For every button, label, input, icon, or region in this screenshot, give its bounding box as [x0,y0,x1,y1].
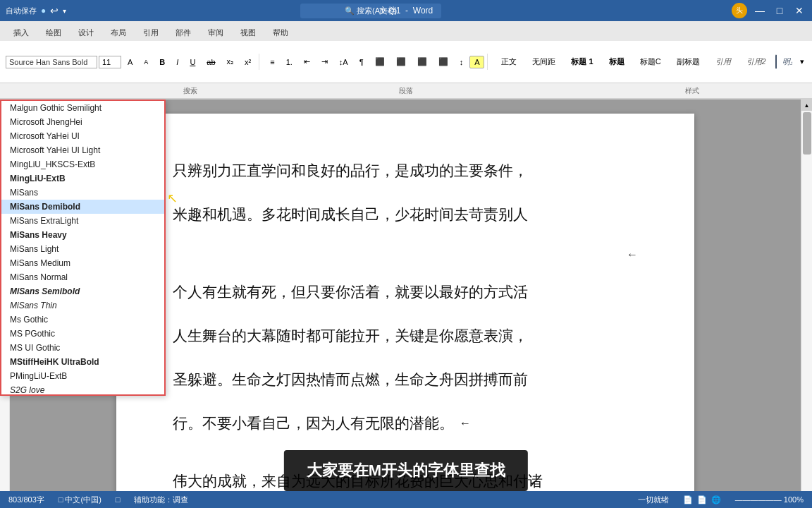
line-spacing-button[interactable]: ↕ [455,56,469,68]
font-item-s2g-love[interactable]: S2G love [1,383,164,396]
align-left[interactable]: ⬛ [370,55,390,68]
font-item-misans-heavy[interactable]: MiSans Heavy [1,228,164,242]
quick-access-undo[interactable]: ↩ [50,5,59,16]
style-nospace[interactable]: 无间距 [526,54,562,69]
read-view-button[interactable]: 📄 [683,495,693,504]
font-item-ms-ui-gothic[interactable]: MS UI Gothic [1,341,164,355]
accessibility-status[interactable]: 辅助功能：调查 [134,495,188,505]
title-right: 头 — □ ✕ [732,3,806,18]
font-size-increase[interactable]: A [123,56,137,68]
show-marks-button[interactable]: ¶ [355,56,369,68]
tab-view[interactable]: 视图 [233,24,264,41]
align-center[interactable]: ⬛ [391,55,411,68]
scroll-up-button[interactable]: ▲ [801,99,813,111]
word-count: 803/803字 [8,495,44,505]
style-intense-quote[interactable]: 明显引用 [775,54,792,69]
doc-paragraph-2: 米趣和机遇。多花时间成长自己，少花时间去苛责别人 [173,200,638,229]
font-item-misans-normal[interactable]: MiSans Normal [1,270,164,284]
font-item-ms-jhenghei[interactable]: Microsoft JhengHei [1,115,164,129]
superscript-button[interactable]: x² [240,56,256,68]
font-item-mingliu-extb[interactable]: MingLiU-ExtB [1,171,164,186]
title-left: 自动保存 ● ↩ ▾ [6,5,66,16]
font-item-misans-extralight[interactable]: MiSans ExtraLight [1,214,164,228]
styles-area: 正文 无间距 标题 1 标题 标题C 副标题 引用 引用2 明显引用 明显强调 … [491,53,792,71]
paragraph-marker-1: ← [173,243,638,266]
title-center: 文档1 - Word [379,5,433,17]
auto-save-label: 自动保存 [6,6,37,16]
ruler-label-search: 搜索 [183,86,197,96]
doc-title: 文档1 [379,6,401,16]
font-item-misans-semibold[interactable]: MiSans Semibold [1,284,164,298]
font-item-ms-yahei-ui[interactable]: Microsoft YaHei UI [1,129,164,143]
track-changes-status[interactable]: □ [116,495,121,504]
doc-paragraph-5: 圣躲避。生命之灯因热情而点燃，生命之舟因拼搏而前 [173,365,638,394]
bold-button[interactable]: B [154,56,170,68]
style-quote[interactable]: 引用 [709,54,737,69]
ribbon-toolbar: 11 A A B I U ab x₂ x² ≡ 1. ⇤ ⇥ ↕A ¶ ⬛ ⬛ … [0,41,812,83]
minimize-button[interactable]: — [753,4,767,18]
style-subtitle[interactable]: 副标题 [670,54,706,69]
print-view-button[interactable]: 📄 [697,495,707,504]
title-bar: 自动保存 ● ↩ ▾ 文档1 - Word 🔍 搜索(Alt+Q) 头 — □ … [0,0,812,21]
user-avatar[interactable]: 头 [732,3,747,18]
align-right[interactable]: ⬛ [412,55,432,68]
indent-right[interactable]: ⇥ [316,55,333,68]
tab-parts[interactable]: 部件 [168,24,199,41]
tab-design[interactable]: 设计 [70,24,102,41]
doc-paragraph-6: 行。不要小看自己，因为人有无限的潜能。 ← [173,409,638,438]
scroll-track[interactable] [801,111,812,496]
maximize-button[interactable]: □ [773,4,787,18]
style-heading[interactable]: 标题 [603,54,631,69]
align-justify[interactable]: ⬛ [433,55,453,68]
font-size-decrease[interactable]: A [139,56,153,68]
tab-review[interactable]: 审阅 [200,24,231,41]
font-item-mstiffheihk[interactable]: MStiffHeiHK UltraBold [1,355,164,369]
font-item-misans-demibold[interactable]: MiSans Demibold [1,200,164,214]
main-area: ◁ Malgun Gothic Semilight Microsoft Jhen… [0,99,812,507]
tab-references[interactable]: 引用 [135,24,166,41]
scrollbar-right: ▲ ▼ [801,99,812,507]
doc-page: 只辨别力正直学问和良好的品行，是成功的主要条件， 米趣和机遇。多花时间成长自己，… [116,114,694,507]
tab-layout[interactable]: 布局 [103,24,134,41]
subscript-button[interactable]: x₂ [222,55,239,68]
strikethrough-button[interactable]: ab [202,56,220,68]
font-item-ms-gothic[interactable]: Ms Gothic [1,313,164,327]
shading-button[interactable]: A [469,56,484,68]
font-item-ms-pgothic[interactable]: MS PGothic [1,327,164,341]
web-view-button[interactable]: 🌐 [711,495,721,504]
font-item-misans[interactable]: MiSans [1,186,164,200]
font-item-pminglius[interactable]: PMingLiU-ExtB [1,369,164,383]
underline-button[interactable]: U [185,56,200,68]
indent-left[interactable]: ⇤ [299,55,315,68]
style-normal[interactable]: 正文 [495,54,523,69]
tab-help[interactable]: 帮助 [265,24,296,41]
style-quote2[interactable]: 引用2 [740,54,773,69]
paragraph-marker-2: ← [460,412,471,435]
italic-button[interactable]: I [171,56,183,68]
ribbon: 插入 绘图 设计 布局 引用 部件 审阅 视图 帮助 11 A A B I U … [0,21,812,99]
style-headingc[interactable]: 标题C [634,54,668,69]
view-buttons: 📄 📄 🌐 [683,495,721,504]
sort-button[interactable]: ↕A [334,56,353,68]
font-item-misans-light[interactable]: MiSans Light [1,242,164,256]
font-item-ms-yahei-ui-light[interactable]: Microsoft YaHei UI Light [1,143,164,157]
paragraph-group: ≡ 1. ⇤ ⇥ ↕A ¶ ⬛ ⬛ ⬛ ⬛ ↕ A [262,54,488,70]
language-icon: □ [59,495,63,504]
style-heading1[interactable]: 标题 1 [565,54,599,69]
font-name-input[interactable] [6,56,97,68]
font-group: 11 A A B I U ab x₂ x² [3,54,259,70]
font-size-input[interactable]: 11 [99,56,121,68]
numbering-button[interactable]: 1. [281,56,297,68]
bullets-button[interactable]: ≡ [265,56,279,68]
tab-draw[interactable]: 绘图 [38,24,69,41]
styles-expand-button[interactable]: ▾ [795,55,809,68]
scroll-thumb[interactable] [803,112,811,155]
tab-insert[interactable]: 插入 [6,24,37,41]
auto-save-toggle[interactable]: ● [41,6,46,16]
font-item-malgun-semilight[interactable]: Malgun Gothic Semilight [1,101,164,115]
font-item-misans-thin[interactable]: MiSans Thin [1,298,164,313]
close-button[interactable]: ✕ [792,4,806,18]
font-item-mingliu-hkscs[interactable]: MingLiU_HKSCS-ExtB [1,157,164,171]
font-item-misans-medium[interactable]: MiSans Medium [1,256,164,270]
status-bar: 803/803字 □ 中文(中国) □ 辅助功能：调查 一切就绪 📄 📄 🌐 —… [0,491,812,508]
